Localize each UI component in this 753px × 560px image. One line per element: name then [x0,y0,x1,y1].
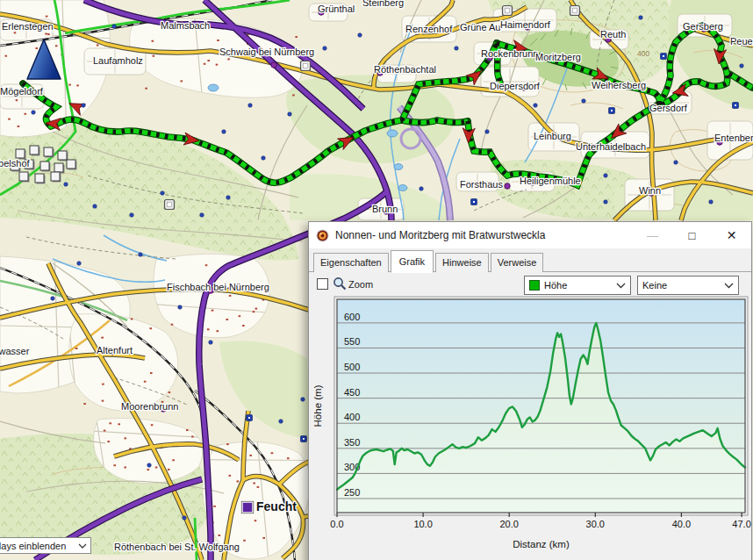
svg-text:Schwaig bei Nürnberg: Schwaig bei Nürnberg [219,47,314,57]
svg-text:Röthenbach bei St. Wolfgang: Röthenbach bei St. Wolfgang [114,542,240,552]
svg-text:Mögeldorf: Mögeldorf [0,86,44,97]
svg-text:550: 550 [344,336,360,347]
svg-text:Unterhaidelbach: Unterhaidelbach [576,141,646,152]
svg-text:Fischbach bei Nürnberg: Fischbach bei Nürnberg [167,282,269,292]
series-dropdown[interactable]: Höhe [524,276,631,295]
svg-text:Weihersberg: Weihersberg [592,80,646,90]
secondary-dropdown-value: Keine [642,280,667,291]
svg-text:Feucht: Feucht [256,499,297,513]
svg-text:Entenberg: Entenberg [714,133,753,143]
series-color-swatch [529,280,540,291]
svg-text:500: 500 [344,362,360,372]
svg-text:Heiligenmühle: Heiligenmühle [520,176,581,186]
svg-text:400: 400 [637,49,649,58]
zoom-checkbox[interactable] [317,278,328,290]
track-medal-icon [316,229,329,242]
dialog-titlebar[interactable]: Nonnen- und Moritzberg mit Bratwurstweck… [309,222,751,248]
maximize-button[interactable]: □ [672,222,712,248]
svg-text:250: 250 [344,487,360,498]
chevron-down-icon [616,283,626,289]
minimize-button[interactable]: — [633,222,672,248]
svg-text:Brunn: Brunn [372,204,398,214]
svg-text:Grüne Au: Grüne Au [460,22,500,32]
close-button[interactable]: ✕ [712,222,751,248]
svg-text:Renzenhof: Renzenhof [405,24,453,34]
overlays-dropdown[interactable]: Overlays einblenden [0,537,91,554]
svg-text:Steinberg: Steinberg [362,0,404,8]
graph-toolbar: Zoom Höhe Keine [309,272,751,298]
overlays-dropdown-label: Overlays einblenden [0,541,66,551]
svg-text:400: 400 [344,412,360,422]
svg-text:600: 600 [344,312,360,322]
svg-text:Röthenbachtal: Röthenbachtal [374,64,436,75]
svg-text:Haimendorf: Haimendorf [500,19,551,30]
svg-text:10.0: 10.0 [413,519,432,529]
svg-text:Leinburg: Leinburg [534,131,571,141]
svg-text:Zerzabelshof: Zerzabelshof [0,158,31,169]
svg-text:Laufamholz: Laufamholz [93,55,143,66]
secondary-dropdown[interactable]: Keine [637,276,739,295]
svg-text:Moritzberg: Moritzberg [535,52,581,62]
svg-text:Gersberg: Gersberg [683,21,723,32]
svg-text:450: 450 [344,387,360,398]
series-dropdown-value: Höhe [544,280,567,291]
svg-text:Erlenstegen: Erlenstegen [2,21,54,32]
chevron-down-icon [724,283,734,289]
svg-text:Grünthal: Grünthal [318,4,355,14]
chevron-down-icon [78,543,87,549]
tab-verweise[interactable]: Verweise [491,253,544,272]
svg-text:Diepersdorf: Diepersdorf [490,81,541,91]
svg-text:0.0: 0.0 [330,519,343,529]
svg-text:Langwasser: Langwasser [0,346,30,356]
svg-text:Malmsbach: Malmsbach [161,20,210,31]
svg-text:Rockenbrunn: Rockenbrunn [481,48,538,59]
svg-text:Höhe (m): Höhe (m) [312,384,323,427]
svg-text:Altenfurt: Altenfurt [97,345,133,355]
svg-text:Gersdorf: Gersdorf [649,103,688,113]
svg-text:Winn: Winn [639,185,661,196]
tab-hinweise[interactable]: Hinweise [435,253,489,272]
svg-text:40.0: 40.0 [672,519,691,529]
svg-text:47.0: 47.0 [732,519,750,529]
svg-text:350: 350 [344,437,360,448]
tab-strip: Eigenschaften Grafik Hinweise Verweise [309,248,751,272]
svg-text:Forsthaus: Forsthaus [460,179,503,190]
zoom-label: Zoom [348,279,373,290]
elevation-chart[interactable]: 2503003504004505005506000.010.020.030.04… [309,296,753,560]
svg-text:Reuth: Reuth [600,29,626,39]
magnifier-icon [333,276,347,291]
tab-grafik[interactable]: Grafik [391,250,434,273]
dialog-title: Nonnen- und Moritzberg mit Bratwurstweck… [335,229,633,241]
track-properties-dialog: Nonnen- und Moritzberg mit Bratwurstweck… [308,221,752,560]
elevation-chart-area: 2503003504004505005506000.010.020.030.04… [309,296,753,560]
svg-text:Peuerling: Peuerling [730,36,753,47]
svg-text:Distanz (km): Distanz (km) [513,539,570,549]
svg-text:Moorenbrunn: Moorenbrunn [121,401,178,412]
tab-eigenschaften[interactable]: Eigenschaften [313,253,389,272]
application-window: ErlenstegenMalmsbachLaufamholzMögeldorfS… [0,0,753,560]
svg-text:20.0: 20.0 [499,519,518,529]
svg-text:30.0: 30.0 [586,519,605,529]
